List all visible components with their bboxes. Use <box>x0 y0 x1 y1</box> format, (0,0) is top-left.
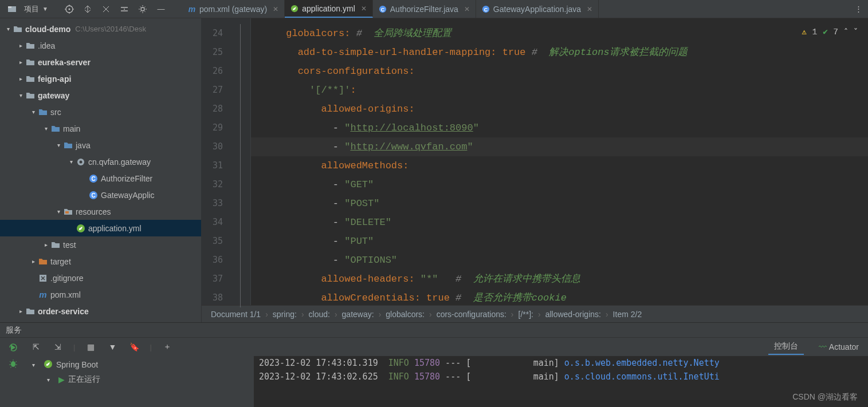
collapse-all-icon[interactable]: ⇱ <box>30 341 42 353</box>
line-number: 26 <box>202 62 250 81</box>
code-line[interactable]: - "http://localhost:8090" <box>251 118 868 137</box>
breadcrumb-item[interactable]: globalcors: <box>383 310 427 319</box>
spring-boot-icon <box>44 359 53 370</box>
svg-point-3 <box>68 8 70 10</box>
java-class-icon: C <box>482 5 490 13</box>
code-line[interactable]: - "POST" <box>251 194 868 213</box>
more-icon[interactable]: ⋮ <box>852 3 865 15</box>
breadcrumb-item[interactable]: Item 2/2 <box>611 310 645 319</box>
svg-text:C: C <box>91 192 95 199</box>
tree-root[interactable]: ▾ cloud-demoC:\Users\20146\Desk <box>0 21 201 37</box>
line-number: 32 <box>202 175 250 194</box>
breadcrumb-item[interactable]: cloud: <box>307 310 332 319</box>
grid-icon[interactable]: ▦ <box>84 341 97 353</box>
code-line[interactable]: - "PUT" <box>251 232 868 251</box>
tree-item[interactable]: ▸ .idea <box>0 37 201 54</box>
tree-item[interactable]: C AuthorizeFilter <box>0 170 201 187</box>
chevron-right-icon: › <box>379 310 382 319</box>
editor: 242526272829303132333435363738 ⚠1 ✔7 ˄ ˅… <box>202 18 868 322</box>
tree-item[interactable]: ▾ main <box>0 120 201 137</box>
tree-item[interactable]: ▸ feign-api <box>0 70 201 87</box>
code-line[interactable]: allowCredentials: true # 是否允许携带cookie <box>251 289 868 305</box>
tab-pom-xml[interactable]: m pom.xml (gateway) ✕ <box>182 0 285 18</box>
services-tree-child[interactable]: ▾ ▶ 正在运行 <box>26 372 254 387</box>
tab-gateway-application[interactable]: C GatewayApplication.java ✕ <box>476 0 599 18</box>
tree-item[interactable]: application.yml <box>0 220 201 236</box>
code-line[interactable]: - "DELETE" <box>251 213 868 232</box>
code-line[interactable]: globalcors: # 全局跨域处理配置 <box>251 24 868 43</box>
code-line[interactable]: - "OPTIONS" <box>251 251 868 270</box>
tab-authorize-filter[interactable]: C AuthorizeFilter.java ✕ <box>373 0 476 18</box>
code-line[interactable]: allowedMethods: <box>251 156 868 175</box>
bug-icon[interactable] <box>7 357 19 370</box>
line-number: 29 <box>202 118 250 137</box>
tree-item[interactable]: ▸ eureka-server <box>0 54 201 70</box>
chevron-down-icon: ▾ <box>32 362 40 368</box>
collapse-icon[interactable] <box>100 3 112 15</box>
breadcrumb-item[interactable]: Document 1/1 <box>209 310 263 319</box>
line-number: 25 <box>202 43 250 62</box>
tree-item[interactable]: ▾ gateway <box>0 87 201 104</box>
actuator-icon: 〰 <box>819 342 827 351</box>
code-line[interactable]: add-to-simple-url-handler-mapping: true … <box>251 43 868 62</box>
tree-item[interactable]: ▾ resources <box>0 203 201 220</box>
svg-point-4 <box>124 9 125 10</box>
tree-item[interactable]: ▸ order-service <box>0 303 201 319</box>
services-tree-root[interactable]: ▾ Spring Boot <box>26 357 254 372</box>
java-class-icon: C <box>379 5 387 13</box>
close-icon[interactable]: ✕ <box>587 5 592 13</box>
editor-tabs: m pom.xml (gateway) ✕ application.yml ✕ … <box>182 0 846 18</box>
svg-rect-17 <box>65 211 69 214</box>
tab-console[interactable]: 控制台 <box>768 339 804 355</box>
chevron-right-icon: › <box>265 310 268 319</box>
breadcrumb-item[interactable]: gateway: <box>340 310 376 319</box>
line-number: 36 <box>202 251 250 270</box>
tree-item[interactable]: ▾ java <box>0 137 201 153</box>
code-line[interactable]: allowed-headers: "*" # 允许在请求中携带头信息 <box>251 270 868 289</box>
expand-all-icon[interactable]: ⇲ <box>52 341 64 353</box>
tree-item[interactable]: ▾ src <box>0 104 201 120</box>
check-icon: ✔ <box>823 23 827 42</box>
inspection-indicators[interactable]: ⚠1 ✔7 ˄˅ <box>802 23 858 42</box>
target-icon[interactable] <box>63 3 76 15</box>
code-line[interactable]: '[/**]': <box>251 81 868 100</box>
tab-label: AuthorizeFilter.java <box>390 5 458 14</box>
services-mini-toolbar: ⇱ ⇲ | ▦ ▼ 🔖 | ＋ 控制台 〰Actuator <box>26 338 868 356</box>
tab-label: pom.xml (gateway) <box>199 5 267 14</box>
tab-application-yml[interactable]: application.yml ✕ <box>285 0 373 18</box>
tree-item[interactable]: m pom.xml <box>0 286 201 303</box>
tree-item[interactable]: .gitignore <box>0 270 201 286</box>
bookmark-icon[interactable]: 🔖 <box>128 341 140 353</box>
console-output[interactable]: 2023-12-02 17:43:01.319 INFO 15780 --- [… <box>254 356 868 407</box>
close-icon[interactable]: ✕ <box>464 5 470 13</box>
tree-item[interactable]: C GatewayApplic <box>0 187 201 203</box>
project-dropdown[interactable]: 项目 ▼ <box>24 4 48 14</box>
breadcrumb-item[interactable]: cors-configurations: <box>434 310 509 319</box>
chevron-right-icon: › <box>511 310 514 319</box>
chevron-right-icon: › <box>335 310 337 319</box>
code-area[interactable]: ⚠1 ✔7 ˄ ˅ globalcors: # 全局跨域处理配置 add-to-… <box>251 18 868 305</box>
minimize-icon[interactable]: — <box>155 3 167 15</box>
divide-icon[interactable] <box>118 3 131 15</box>
breadcrumb-item[interactable]: [/**]: <box>516 310 536 319</box>
tree-item[interactable]: ▸ target <box>0 253 201 270</box>
code-line[interactable]: - "GET" <box>251 175 868 194</box>
gear-icon[interactable] <box>136 3 149 15</box>
add-icon[interactable]: ＋ <box>161 341 174 353</box>
code-line[interactable]: allowed-origins: <box>251 100 868 118</box>
tree-item[interactable]: ▾ cn.qvfan.gateway <box>0 153 201 170</box>
breadcrumb-item[interactable]: allowed-origins: <box>543 310 603 319</box>
tree-item[interactable]: ▸ test <box>0 236 201 253</box>
close-icon[interactable]: ✕ <box>361 5 367 13</box>
close-icon[interactable]: ✕ <box>273 5 278 13</box>
code-line[interactable]: cors-configurations: <box>251 62 868 81</box>
caret-down-icon: ˅ <box>854 23 858 42</box>
tab-actuator[interactable]: 〰Actuator <box>813 340 865 354</box>
expand-icon[interactable] <box>81 3 94 15</box>
svg-point-20 <box>11 361 15 367</box>
rerun-icon[interactable] <box>7 341 19 354</box>
code-line[interactable]: - "http://www.qvfan.com" <box>251 137 868 156</box>
breadcrumb-item[interactable]: spring: <box>270 310 299 319</box>
filter-icon[interactable]: ▼ <box>106 341 119 353</box>
project-sidebar: ▾ cloud-demoC:\Users\20146\Desk ▸ .idea … <box>0 18 202 322</box>
